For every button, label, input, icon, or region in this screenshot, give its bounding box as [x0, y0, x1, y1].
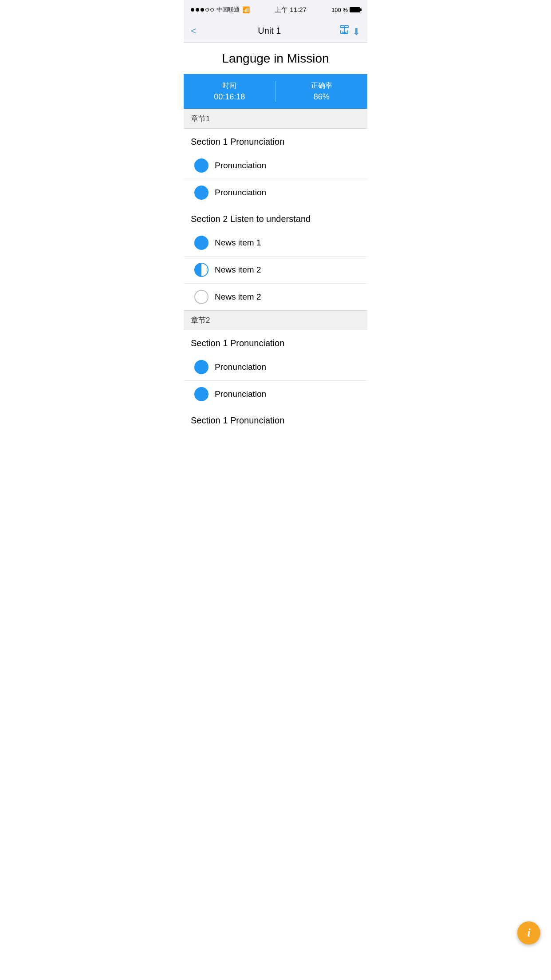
- section-1-2-items: News item 1 News item 2 News item 2: [184, 229, 367, 310]
- circle-full-icon: [194, 186, 209, 200]
- list-item[interactable]: Pronunciation: [184, 354, 367, 381]
- status-time: 上午 11:27: [275, 6, 307, 14]
- item-label: News item 1: [215, 238, 261, 248]
- section-1-1-title: Section 1 Pronunciation: [184, 129, 367, 152]
- section-1-2-title: Section 2 Listen to understand: [184, 206, 367, 229]
- download-icon: [339, 24, 350, 35]
- page-title-section: Languge in Mission: [184, 43, 367, 74]
- chapter-1-header: 章节1: [184, 109, 367, 129]
- nav-bar: < Unit 1 ⬇︎: [184, 20, 367, 43]
- signal-dot-4: [205, 8, 209, 12]
- signal-dot-3: [201, 8, 204, 12]
- item-label: Pronunciation: [215, 188, 266, 198]
- nav-title: Unit 1: [258, 26, 281, 36]
- circle-full-icon: [194, 236, 209, 250]
- signal-dots: [191, 8, 214, 12]
- list-item[interactable]: Pronunciation: [184, 179, 367, 206]
- item-label: News item 2: [215, 292, 261, 302]
- item-label: Pronunciation: [215, 362, 266, 372]
- chapter-1: 章节1 Section 1 Pronunciation Pronunciatio…: [184, 109, 367, 310]
- section-1-1-items: Pronunciation Pronunciation: [184, 152, 367, 206]
- accuracy-label: 正确率: [276, 81, 368, 91]
- signal-dot-2: [196, 8, 199, 12]
- wifi-icon: 📶: [242, 6, 250, 13]
- accuracy-value: 86%: [276, 92, 368, 102]
- item-label: Pronunciation: [215, 161, 266, 170]
- time-label: 时间: [184, 81, 276, 91]
- stat-accuracy: 正确率 86%: [276, 81, 368, 102]
- battery-icon: [350, 7, 360, 12]
- section-2-1-title: Section 1 Pronunciation: [184, 330, 367, 354]
- status-right: 100 %: [331, 7, 360, 13]
- signal-dot-1: [191, 8, 194, 12]
- download-button[interactable]: ⬇︎: [339, 24, 360, 38]
- chapter-2: 章节2 Section 1 Pronunciation Pronunciatio…: [184, 310, 367, 431]
- stat-time: 时间 00:16:18: [184, 81, 276, 102]
- item-label: News item 2: [215, 265, 261, 275]
- signal-dot-5: [210, 8, 214, 12]
- list-item[interactable]: News item 2: [184, 284, 367, 310]
- status-left: 中国联通 📶: [191, 6, 250, 14]
- circle-full-icon: [194, 360, 209, 374]
- circle-half-icon: [194, 263, 209, 277]
- back-button[interactable]: <: [191, 24, 200, 39]
- chapter-1-label: 章节1: [191, 115, 210, 123]
- list-item[interactable]: News item 2: [184, 257, 367, 284]
- list-item[interactable]: Pronunciation: [184, 152, 367, 179]
- page-title: Languge in Mission: [191, 51, 360, 66]
- list-item[interactable]: News item 1: [184, 229, 367, 257]
- list-item[interactable]: Pronunciation: [184, 381, 367, 407]
- item-label: Pronunciation: [215, 389, 266, 399]
- section-2-2-title: Section 1 Pronunciation: [184, 407, 367, 431]
- circle-empty-icon: [194, 290, 209, 304]
- chapter-2-header: 章节2: [184, 310, 367, 330]
- section-2-1-items: Pronunciation Pronunciation: [184, 354, 367, 407]
- carrier-label: 中国联通: [216, 6, 240, 14]
- chapter-2-label: 章节2: [191, 316, 210, 324]
- circle-full-icon: [194, 387, 209, 401]
- battery-percent: 100 %: [331, 7, 348, 13]
- circle-full-icon: [194, 158, 209, 173]
- stats-bar: 时间 00:16:18 正确率 86%: [184, 74, 367, 109]
- time-value: 00:16:18: [184, 92, 276, 102]
- status-bar: 中国联通 📶 上午 11:27 100 %: [184, 0, 367, 20]
